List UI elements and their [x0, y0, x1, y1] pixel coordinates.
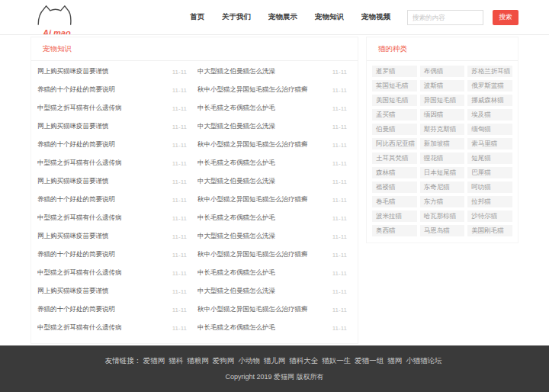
breed-tag[interactable]: 哈瓦那棕猫 — [420, 210, 465, 222]
knowledge-panel-title: 宠物知识 — [31, 37, 358, 61]
article-date: 11-11 — [332, 124, 347, 130]
breed-tag[interactable]: 缅因猫 — [420, 109, 465, 120]
breed-tag[interactable]: 狸花猫 — [420, 153, 465, 164]
article-row[interactable]: 中型猫之折耳猫有什么遗传病 11-11 — [37, 99, 187, 117]
article-title: 网上购买猫咪疫苗要谨慎 — [37, 287, 109, 296]
breed-tag[interactable]: 布偶猫 — [420, 66, 465, 77]
breed-tag[interactable]: 异国短毛猫 — [420, 95, 465, 106]
friend-link[interactable]: 爱猫一组 — [355, 356, 384, 365]
breed-tag[interactable]: 暹罗猫 — [372, 66, 417, 77]
breed-tag[interactable]: 美国短毛猫 — [372, 95, 417, 106]
article-row[interactable]: 中型猫之折耳猫有什么遗传病 11-11 — [37, 154, 187, 172]
breed-tag[interactable]: 日本短尾猫 — [420, 167, 465, 178]
breed-tag[interactable]: 苏格兰折耳猫 — [467, 66, 512, 77]
article-row[interactable]: 养猫的十个好处的简要说明 11-11 — [37, 81, 187, 99]
article-row[interactable]: 网上购买猫咪疫苗要谨慎 11-11 — [37, 117, 187, 136]
article-row[interactable]: 中型猫之折耳猫有什么遗传病 11-11 — [37, 319, 187, 337]
breed-tag[interactable]: 阿比西尼亚猫 — [372, 138, 417, 149]
friend-link[interactable]: 爱狗网 — [213, 356, 235, 365]
article-row[interactable]: 中长毛猫之布偶猫怎么护毛 11-11 — [197, 319, 347, 337]
article-date: 11-11 — [332, 178, 347, 185]
article-date: 11-11 — [172, 197, 187, 204]
breed-tag[interactable]: 东奇尼猫 — [420, 182, 465, 193]
breed-tag[interactable]: 英国短毛猫 — [372, 80, 417, 92]
article-row[interactable]: 秋中小型猫之异国短毛猫怎么治疗猫癣 11-11 — [197, 81, 347, 99]
friend-links-list: 爱猫网猫科猫粮网爱狗网小动物猫儿网猫科大全猫奴一生爱猫一组猫网小猫猫论坛 — [141, 356, 444, 365]
friend-link[interactable]: 小猫猫论坛 — [406, 356, 442, 365]
article-row[interactable]: 养猫的十个好处的简要说明 11-11 — [37, 246, 187, 264]
article-row[interactable]: 养猫的十个好处的简要说明 11-11 — [37, 191, 187, 209]
breed-tag[interactable]: 拉邦猫 — [467, 196, 512, 207]
search-button[interactable]: 搜索 — [493, 10, 518, 25]
article-row[interactable]: 养猫的十个好处的简要说明 11-11 — [37, 300, 187, 319]
search-bar: 搜索 — [407, 10, 518, 25]
article-date: 11-11 — [172, 252, 187, 259]
friend-link[interactable]: 猫网 — [387, 356, 402, 365]
article-row[interactable]: 网上购买猫咪疫苗要谨慎 11-11 — [37, 227, 187, 246]
breeds-panel-title: 猫的种类 — [367, 37, 518, 61]
breed-tag[interactable]: 短尾猫 — [467, 153, 512, 164]
article-row[interactable]: 养猫的十个好处的简要说明 11-11 — [37, 136, 187, 154]
breed-tag[interactable]: 伯曼猫 — [372, 124, 417, 135]
article-title: 中大型猫之伯曼猫怎么洗澡 — [197, 232, 275, 241]
friend-link[interactable]: 猫粮网 — [187, 356, 209, 365]
breed-tag[interactable]: 森林猫 — [372, 167, 417, 178]
breed-tag[interactable]: 呵叻猫 — [467, 182, 512, 193]
breed-tag[interactable]: 东方猫 — [420, 196, 465, 207]
breed-tag[interactable]: 波斯猫 — [420, 80, 465, 92]
article-row[interactable]: 中大型猫之伯曼猫怎么洗澡 11-11 — [197, 117, 347, 136]
friend-link[interactable]: 小动物 — [238, 356, 260, 365]
search-input[interactable] — [407, 10, 483, 25]
article-row[interactable]: 中大型猫之伯曼猫怎么洗澡 11-11 — [197, 282, 347, 300]
nav-item[interactable]: 关于我们 — [222, 12, 251, 22]
article-row[interactable]: 中长毛猫之布偶猫怎么护毛 11-11 — [197, 264, 347, 282]
breed-tag[interactable]: 美国刚毛猫 — [467, 225, 512, 236]
site-logo[interactable]: Ai mao — [30, 0, 78, 34]
breed-tag[interactable]: 挪威森林猫 — [467, 95, 512, 106]
article-row[interactable]: 秋中小型猫之异国短毛猫怎么治疗猫癣 11-11 — [197, 191, 347, 209]
breed-tag[interactable]: 马恩岛猫 — [420, 225, 465, 236]
main-content: 宠物知识 网上购买猫咪疫苗要谨慎 11-11 养猫的十个好处的简要说明 11-1… — [30, 37, 518, 345]
article-lists: 网上购买猫咪疫苗要谨慎 11-11 养猫的十个好处的简要说明 11-11 中型猫… — [31, 61, 358, 343]
article-row[interactable]: 秋中小型猫之异国短毛猫怎么治疗猫癣 11-11 — [197, 300, 347, 319]
breed-tag[interactable]: 埃及猫 — [467, 109, 512, 120]
article-row[interactable]: 中长毛猫之布偶猫怎么护毛 11-11 — [197, 99, 347, 117]
breed-tag[interactable]: 索马里猫 — [467, 138, 512, 149]
breed-tag[interactable]: 斯芬克斯猫 — [420, 124, 465, 135]
article-row[interactable]: 秋中小型猫之异国短毛猫怎么治疗猫癣 11-11 — [197, 246, 347, 264]
breed-tag[interactable]: 卷毛猫 — [372, 196, 417, 207]
breed-tag[interactable]: 沙特尔猫 — [467, 210, 512, 222]
friend-link[interactable]: 猫科大全 — [289, 356, 318, 365]
breed-tag[interactable]: 孟买猫 — [372, 109, 417, 120]
breed-tag[interactable]: 新加坡猫 — [420, 138, 465, 149]
nav-item[interactable]: 宠物知识 — [315, 12, 344, 22]
article-row[interactable]: 中长毛猫之布偶猫怎么护毛 11-11 — [197, 209, 347, 227]
article-row[interactable]: 中大型猫之伯曼猫怎么洗澡 11-11 — [197, 172, 347, 191]
nav-item[interactable]: 宠物视频 — [361, 12, 390, 22]
nav-item[interactable]: 宠物展示 — [268, 12, 297, 22]
article-date: 11-11 — [172, 270, 187, 277]
article-row[interactable]: 网上购买猫咪疫苗要谨慎 11-11 — [37, 63, 187, 81]
article-row[interactable]: 秋中小型猫之异国短毛猫怎么治疗猫癣 11-11 — [197, 136, 347, 154]
article-row[interactable]: 中型猫之折耳猫有什么遗传病 11-11 — [37, 264, 187, 282]
breed-tag[interactable]: 褴褛猫 — [372, 182, 417, 193]
friend-link[interactable]: 爱猫网 — [143, 356, 165, 365]
article-row[interactable]: 中型猫之折耳猫有什么遗传病 11-11 — [37, 209, 187, 227]
breed-tag[interactable]: 巴厘猫 — [467, 167, 512, 178]
breed-tag[interactable]: 波米拉猫 — [372, 210, 417, 222]
friend-link[interactable]: 猫科 — [169, 356, 183, 365]
article-row[interactable]: 中大型猫之伯曼猫怎么洗澡 11-11 — [197, 227, 347, 246]
breed-tag[interactable]: 奥西猫 — [372, 225, 417, 236]
article-row[interactable]: 中大型猫之伯曼猫怎么洗澡 11-11 — [197, 63, 347, 81]
article-title: 养猫的十个好处的简要说明 — [37, 140, 115, 149]
article-row[interactable]: 网上购买猫咪疫苗要谨慎 11-11 — [37, 282, 187, 300]
breed-tag[interactable]: 俄罗斯蓝猫 — [467, 80, 512, 92]
article-row[interactable]: 网上购买猫咪疫苗要谨慎 11-11 — [37, 172, 187, 191]
article-date: 11-11 — [332, 142, 347, 149]
friend-link[interactable]: 猫儿网 — [264, 356, 286, 365]
breed-tag[interactable]: 缅甸猫 — [467, 124, 512, 135]
breed-tag[interactable]: 土耳其梵猫 — [372, 153, 417, 164]
friend-link[interactable]: 猫奴一生 — [322, 356, 351, 365]
nav-item[interactable]: 首页 — [190, 12, 204, 22]
article-row[interactable]: 中长毛猫之布偶猫怎么护毛 11-11 — [197, 154, 347, 172]
